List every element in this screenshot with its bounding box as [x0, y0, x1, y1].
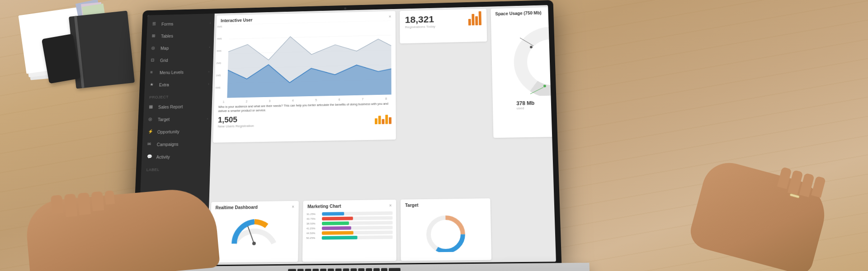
- space-used-value: 378 Mb: [516, 100, 534, 107]
- space-used-stat: 378 Mb used: [516, 100, 535, 110]
- pct-bar-wrap-6: [322, 235, 393, 239]
- marketing-row-2: 43.75%: [307, 216, 393, 221]
- y-label-2m: 2M$: [216, 62, 221, 65]
- space-card-header: Space Usage (750 Mb): [491, 5, 556, 18]
- key-tab: [288, 269, 296, 271]
- sidebar-item-menu-levels[interactable]: ≡ Menu Levels ‹: [145, 65, 213, 79]
- reg-label: Registrations Today: [405, 25, 435, 29]
- key-rbracket: [381, 268, 387, 271]
- reg-card-content: 18,321 Registrations Today: [400, 9, 487, 33]
- key-backspace: [388, 268, 400, 271]
- sidebar-item-target[interactable]: ◎ Target ‹: [143, 112, 212, 126]
- key-r: [320, 269, 326, 271]
- pct-label-1: 31.25%: [307, 213, 322, 215]
- pct-bar-wrap-4: [322, 226, 393, 230]
- sidebar-item-grid[interactable]: ⊡ Grid: [146, 53, 213, 67]
- key-t: [327, 269, 334, 271]
- pct-label-5: 44.50%: [306, 232, 321, 234]
- menu-icon: ≡: [150, 70, 156, 76]
- pct-label-2: 43.75%: [307, 217, 322, 220]
- realtime-gauge-svg: [227, 213, 281, 248]
- main-content: Interactive User × 5M$ 4M$ 3M$ 2M$ 1M$ 0…: [208, 5, 556, 265]
- key-w: [305, 269, 311, 271]
- key-i: [350, 268, 357, 271]
- card-registration: 18,321 Registrations Today: [400, 9, 487, 43]
- chevron-icon: ‹: [208, 70, 210, 73]
- reg-bar-1: [468, 19, 471, 25]
- chevron-icon: ‹: [209, 45, 210, 49]
- sidebar-item-campaigns[interactable]: ✉ Campaigns: [142, 137, 211, 151]
- y-label-4m: 4M$: [217, 37, 222, 40]
- chart-bar-icon: ▦: [149, 104, 155, 110]
- key-y: [335, 268, 341, 271]
- marketing-row-3: 38.50%: [307, 221, 393, 225]
- mini-bars: [375, 114, 392, 124]
- pct-bar-wrap-1: [322, 211, 392, 216]
- mini-bar-3: [382, 119, 385, 124]
- sidebar-item-tables[interactable]: ⊞ Tables: [146, 29, 214, 42]
- reg-stat: 18,321 Registrations Today: [405, 14, 435, 29]
- card-realtime: Realtime Dashboard ×: [210, 201, 299, 263]
- sidebar-section-project: Project: [144, 90, 212, 101]
- pct-label-6: 50.25%: [306, 237, 321, 239]
- marketing-row-4: 41.25%: [307, 226, 393, 230]
- pct-bar-wrap-5: [322, 230, 393, 235]
- chevron-icon: ‹: [208, 82, 209, 85]
- space-used-label: used: [516, 106, 534, 110]
- reg-number: 18,321: [405, 14, 435, 25]
- target-content: [401, 208, 491, 256]
- space-arc-svg-container: [491, 15, 556, 101]
- stat-container: 1,505 New Users Registration: [218, 115, 255, 128]
- svg-point-14: [252, 242, 256, 245]
- pct-bar-fill-3: [322, 221, 349, 225]
- svg-line-1: [229, 35, 392, 39]
- card-interactive-close[interactable]: ×: [389, 14, 392, 19]
- reg-mini-bars: [468, 15, 481, 25]
- sidebar-item-sales-report[interactable]: ▦ Sales Report: [144, 100, 212, 113]
- marketing-title: Marketing Chart: [307, 204, 341, 209]
- key-p: [366, 268, 372, 271]
- activity-icon: 💬: [147, 154, 153, 160]
- key-e: [312, 269, 319, 271]
- mini-bar-5: [389, 117, 392, 124]
- pct-bar-fill-1: [322, 212, 344, 215]
- marketing-row-6: 50.25%: [306, 235, 392, 240]
- card-space-usage: Space Usage (750 Mb): [491, 5, 556, 138]
- space-stats: 378 Mb used 260 Mb available: [493, 98, 556, 111]
- stat-label: New Users Registration: [218, 124, 254, 128]
- y-label-0m: 0M$: [215, 86, 220, 89]
- chevron-icon: ‹: [210, 21, 211, 25]
- target-icon: ◎: [148, 117, 155, 122]
- pct-bar-fill-5: [322, 231, 354, 235]
- sidebar-item-extra[interactable]: ★ Extra ‹: [145, 78, 213, 91]
- key-o: [358, 268, 364, 271]
- hand-left: [24, 186, 220, 271]
- sidebar-item-forms[interactable]: ☰ Forms ‹: [147, 17, 214, 30]
- space-donut-chart: [506, 19, 556, 96]
- card-marketing: Marketing Chart × 31.25% 43.75%: [302, 200, 396, 262]
- area-chart-svg: [218, 20, 391, 98]
- sidebar-item-activity[interactable]: 💬 Activity: [142, 150, 211, 164]
- sidebar-item-map[interactable]: ◎ Map ‹: [146, 41, 214, 55]
- mini-bar-2: [378, 116, 381, 124]
- target-title: Target: [405, 203, 419, 208]
- pct-label-3: 38.50%: [307, 222, 322, 225]
- sidebar-section-label: Label: [141, 163, 210, 174]
- card-interactive-user: Interactive User × 5M$ 4M$ 3M$ 2M$ 1M$ 0…: [213, 11, 396, 143]
- pct-bar-fill-4: [322, 226, 351, 230]
- sidebar-item-opportunity[interactable]: ⚡ Opportunity: [142, 125, 211, 138]
- y-label-3m: 3M$: [217, 50, 222, 52]
- realtime-close[interactable]: ×: [292, 204, 294, 209]
- card-footer: 1,505 New Users Registration: [213, 111, 396, 131]
- card-interactive-title: Interactive User: [221, 18, 252, 23]
- stat-number: 1,505: [218, 115, 254, 125]
- marketing-bars: 31.25% 43.75% 38.50%: [302, 210, 396, 243]
- mini-bar-1: [375, 118, 377, 124]
- y-label-5m: 5M$: [217, 25, 222, 28]
- table-icon: ⊞: [151, 33, 157, 39]
- realtime-title: Realtime Dashboard: [215, 205, 258, 210]
- list-icon: ☰: [152, 21, 158, 27]
- marketing-close[interactable]: ×: [389, 203, 392, 208]
- realtime-header: Realtime Dashboard ×: [211, 201, 299, 212]
- pct-label-4: 41.25%: [307, 227, 322, 230]
